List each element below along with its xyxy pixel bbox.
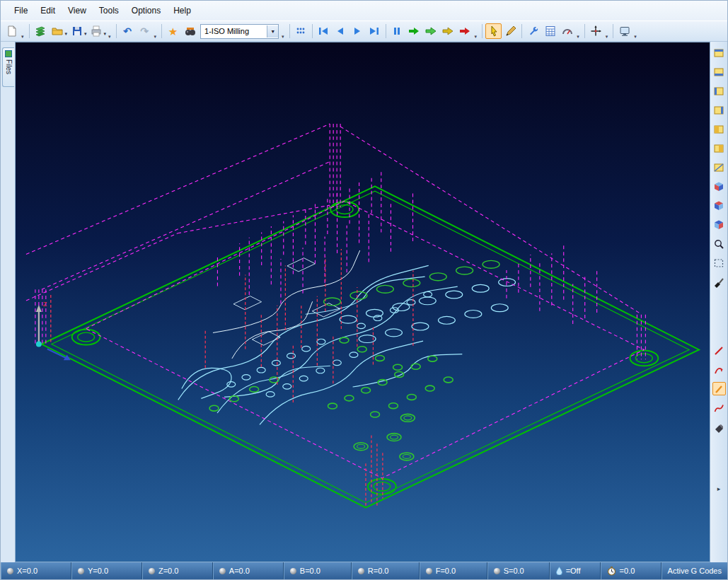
- left-panel-strip: Files: [1, 42, 15, 562]
- run-icon: [408, 25, 420, 37]
- new-file-button[interactable]: [4, 23, 20, 39]
- gauge-button[interactable]: [559, 23, 575, 39]
- iso-cube-2-button[interactable]: [712, 199, 726, 212]
- go-first-icon: [317, 25, 330, 37]
- toolbar-overflow-icon[interactable]: ▾: [634, 34, 637, 40]
- step-run-icon: [441, 25, 454, 37]
- open-dropdown-icon[interactable]: ▾: [65, 31, 68, 37]
- redo-button[interactable]: ↷: [137, 23, 153, 39]
- status-led-icon: [494, 568, 500, 574]
- eraser-button[interactable]: [712, 420, 726, 434]
- status-timer-readout: =0.0: [601, 562, 661, 579]
- save-button[interactable]: [69, 23, 85, 39]
- status-led-icon: [358, 568, 364, 574]
- calculator-button[interactable]: [542, 23, 558, 39]
- status-y-readout: Y=0.0: [71, 562, 142, 579]
- toolbar-overflow-icon[interactable]: ▾: [282, 34, 284, 40]
- calculator-icon: [544, 25, 557, 37]
- draw-line-button[interactable]: [712, 344, 726, 357]
- simulation-button[interactable]: ★: [165, 23, 181, 39]
- view-iso-button[interactable]: [712, 161, 726, 174]
- toolbar-separator: [289, 24, 290, 38]
- run-button[interactable]: [406, 23, 422, 39]
- go-last-button[interactable]: [366, 23, 383, 39]
- menu-options[interactable]: Options: [125, 2, 167, 19]
- toolbar-separator: [29, 24, 30, 38]
- pause-button[interactable]: [389, 23, 405, 39]
- stop-icon: [458, 25, 471, 37]
- right-toolbar-overflow-icon[interactable]: ▸: [712, 482, 726, 495]
- menu-help[interactable]: Help: [167, 2, 197, 19]
- main-toolbar: ▾ ▾ ▾: [1, 21, 727, 42]
- toolbar-separator: [161, 24, 162, 38]
- view-top-button[interactable]: [712, 46, 726, 59]
- status-f-readout: F=0.0: [420, 562, 487, 579]
- save-dropdown-icon[interactable]: ▾: [84, 31, 87, 37]
- status-a-readout: A=0.0: [213, 562, 284, 579]
- machine-view-button[interactable]: [182, 23, 198, 39]
- pointer-button[interactable]: [485, 23, 502, 39]
- toolpath-layers-icon: [34, 25, 47, 37]
- toolpath-3d-rendering: Z: [16, 42, 710, 562]
- selection-box-button[interactable]: [712, 256, 726, 269]
- wrench-icon: [527, 25, 540, 37]
- view-right-button[interactable]: [712, 141, 726, 155]
- iso-cube-1-button[interactable]: [712, 180, 726, 193]
- jog-axes-icon: [589, 25, 602, 37]
- toolbar-overflow-icon[interactable]: ▾: [108, 34, 111, 40]
- tools-button[interactable]: [525, 23, 541, 39]
- profile-dropdown-icon[interactable]: ▼: [267, 25, 278, 37]
- view-front-button[interactable]: [712, 84, 726, 98]
- monitor-button[interactable]: [616, 23, 632, 39]
- toolbar-overflow-icon[interactable]: ▾: [21, 34, 24, 40]
- toolbar-overflow-icon[interactable]: ▾: [475, 34, 478, 40]
- files-tab-icon: [5, 50, 12, 57]
- view-bottom-button[interactable]: [712, 65, 726, 79]
- viewport-3d[interactable]: Z: [15, 42, 710, 562]
- step-back-button[interactable]: [333, 23, 349, 39]
- run-from-button[interactable]: [423, 23, 439, 39]
- step-forward-button[interactable]: [349, 23, 366, 39]
- measure-button[interactable]: [502, 23, 519, 39]
- open-folder-icon: [51, 25, 64, 37]
- toolbar-overflow-icon[interactable]: ▾: [154, 34, 157, 40]
- toolbar-overflow-icon[interactable]: ▾: [606, 34, 608, 40]
- menu-view[interactable]: View: [62, 2, 93, 19]
- profile-select[interactable]: 1-ISO Milling ▼: [200, 24, 279, 39]
- toolbar-separator: [584, 24, 585, 38]
- view-left-button[interactable]: [712, 122, 726, 136]
- stop-button[interactable]: [457, 23, 473, 39]
- undo-icon: ↶: [123, 26, 132, 36]
- toolpath-points-button[interactable]: [293, 23, 309, 39]
- print-button[interactable]: [88, 23, 105, 39]
- iso-cube-3-button[interactable]: [712, 218, 726, 231]
- toolbar-separator: [521, 24, 522, 38]
- jog-axes-button[interactable]: [588, 23, 604, 39]
- status-coolant-readout: =Off: [550, 562, 601, 579]
- draw-slash-button[interactable]: [712, 382, 726, 395]
- monitor-icon: [618, 25, 631, 37]
- files-panel-tab[interactable]: Files: [2, 47, 14, 87]
- menu-tools[interactable]: Tools: [93, 2, 125, 19]
- menu-file[interactable]: File: [8, 2, 34, 19]
- step-run-button[interactable]: [440, 23, 456, 39]
- go-first-button[interactable]: [316, 23, 332, 39]
- profile-selected-value: 1-ISO Milling: [204, 27, 249, 35]
- view-back-button[interactable]: [712, 103, 726, 117]
- status-x-readout: X=0.0: [1, 562, 71, 579]
- svg-text:Z: Z: [43, 301, 47, 308]
- print-dropdown-icon[interactable]: ▾: [104, 31, 107, 37]
- view-toolbar: ▸: [710, 42, 727, 562]
- undo-button[interactable]: ↶: [120, 23, 136, 39]
- draw-spline-button[interactable]: [712, 401, 726, 414]
- timer-clock-icon: [607, 567, 616, 576]
- step-back-icon: [334, 25, 347, 37]
- draw-arc-button[interactable]: [712, 363, 726, 376]
- toolpath-layers-button[interactable]: [33, 23, 49, 39]
- status-led-icon: [219, 568, 226, 574]
- zoom-button[interactable]: [712, 237, 726, 250]
- open-folder-button[interactable]: [50, 23, 66, 39]
- toolbar-overflow-icon[interactable]: ▾: [577, 34, 579, 40]
- clear-view-button[interactable]: [712, 275, 726, 289]
- menu-edit[interactable]: Edit: [34, 2, 62, 19]
